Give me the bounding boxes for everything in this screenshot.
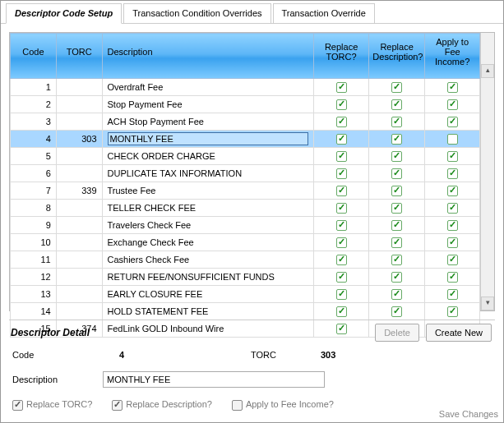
table-row[interactable]: 10Exchange Check Fee (11, 234, 480, 251)
table-row[interactable]: 11Cashiers Check Fee (11, 251, 480, 269)
checkbox-icon[interactable] (391, 168, 402, 179)
table-row[interactable]: 7339Trustee Fee (11, 182, 480, 200)
code-value: 4 (119, 350, 218, 360)
checkbox-icon[interactable] (447, 134, 458, 145)
apply-fee-label: Apply to Fee Income? (246, 399, 334, 409)
replace-torc-label: Replace TORC? (26, 399, 92, 409)
replace-description-label: Replace Description? (126, 399, 212, 409)
checkbox-icon[interactable] (391, 306, 402, 317)
checkbox-icon[interactable] (447, 82, 458, 93)
tab-transaction-override[interactable]: Transaction Override (273, 3, 375, 23)
content-area: Code TORC Description Replace TORC? Repl… (1, 24, 503, 419)
checkbox-icon[interactable] (391, 151, 402, 162)
code-label: Code (12, 350, 86, 360)
table-row[interactable]: 8TELLER CHECK FEE (11, 200, 480, 217)
col-header-code[interactable]: Code (11, 34, 57, 79)
table-row[interactable]: 3ACH Stop Payment Fee (11, 113, 480, 131)
checkbox-icon[interactable] (336, 186, 347, 196)
table-row[interactable]: 13EARLY CLOSURE FEE (11, 286, 480, 303)
checkbox-icon[interactable] (447, 272, 458, 283)
torc-value: 303 (321, 350, 419, 360)
checkbox-icon[interactable] (391, 237, 402, 248)
checkbox-icon[interactable] (447, 168, 458, 179)
grid-container: Code TORC Description Replace TORC? Repl… (9, 32, 495, 311)
checkbox-icon[interactable] (336, 289, 347, 300)
checkbox-icon[interactable] (447, 117, 458, 127)
checkbox-icon[interactable] (336, 117, 347, 127)
detail-row-checkboxes: Replace TORC? Replace Description? Apply… (9, 391, 495, 414)
checkbox-icon[interactable] (336, 272, 347, 283)
checkbox-icon[interactable] (391, 99, 402, 110)
descriptor-grid[interactable]: Code TORC Description Replace TORC? Repl… (10, 33, 480, 338)
table-row[interactable]: 12RETURN FEE/NONSUFFICIENT FUNDS (11, 269, 480, 286)
col-header-replace-torc[interactable]: Replace TORC? (313, 34, 369, 79)
detail-row-description: Description (9, 368, 495, 391)
replace-description-checkbox[interactable]: Replace Description? (112, 399, 212, 411)
checkbox-icon[interactable] (391, 134, 402, 145)
description-input[interactable] (103, 371, 325, 388)
table-row[interactable]: 1Overdraft Fee (11, 79, 480, 96)
checkbox-icon[interactable] (336, 134, 347, 145)
replace-torc-checkbox[interactable]: Replace TORC? (12, 399, 92, 411)
checkbox-icon[interactable] (447, 237, 458, 248)
tab-strip: Descriptor Code Setup Transaction Condit… (1, 1, 503, 24)
descriptor-detail-panel: Delete Create New Descriptor Detail Code… (9, 320, 495, 414)
col-header-description[interactable]: Description (102, 34, 313, 79)
descriptor-code-setup-window: Descriptor Code Setup Transaction Condit… (0, 0, 504, 423)
delete-button[interactable]: Delete (375, 324, 419, 342)
checkbox-icon[interactable] (447, 151, 458, 162)
col-header-torc[interactable]: TORC (56, 34, 102, 79)
detail-buttons: Delete Create New (375, 324, 492, 342)
checkbox-icon[interactable] (391, 220, 402, 231)
checkbox-icon[interactable] (447, 220, 458, 231)
checkbox-icon[interactable] (336, 151, 347, 162)
checkbox-icon[interactable] (447, 255, 458, 265)
table-row[interactable]: 6DUPLICATE TAX INFORMATION (11, 165, 480, 182)
checkbox-icon[interactable] (391, 186, 402, 196)
detail-row-codes: Code 4 TORC 303 (9, 347, 495, 368)
torc-label: TORC (251, 350, 276, 360)
create-new-button[interactable]: Create New (426, 324, 492, 342)
col-header-apply-fee[interactable]: Apply to Fee Income? (424, 34, 480, 79)
checkbox-icon[interactable] (447, 99, 458, 110)
checkbox-icon[interactable] (447, 306, 458, 317)
checkbox-icon[interactable] (336, 237, 347, 248)
table-row[interactable]: 4303MONTHLY FEE (11, 131, 480, 148)
checkbox-icon[interactable] (336, 168, 347, 179)
checkbox-icon[interactable] (391, 272, 402, 283)
tab-descriptor-code-setup[interactable]: Descriptor Code Setup (6, 3, 122, 24)
table-row[interactable]: 14HOLD STATEMENT FEE (11, 303, 480, 320)
checkbox-icon[interactable] (391, 82, 402, 93)
checkbox-icon[interactable] (336, 306, 347, 317)
description-label: Description (12, 375, 86, 384)
checkbox-icon[interactable] (336, 220, 347, 231)
vertical-scrollbar[interactable]: ▴ ▾ (480, 33, 494, 310)
tab-transaction-condition-overrides[interactable]: Transaction Condition Overrides (123, 3, 270, 23)
scroll-up-icon[interactable]: ▴ (481, 64, 494, 78)
checkbox-icon[interactable] (336, 82, 347, 93)
checkbox-icon[interactable] (391, 117, 402, 127)
apply-fee-checkbox[interactable]: Apply to Fee Income? (232, 399, 334, 411)
checkbox-icon[interactable] (447, 186, 458, 196)
checkbox-icon[interactable] (447, 289, 458, 300)
checkbox-icon[interactable] (447, 203, 458, 214)
checkbox-icon[interactable] (391, 255, 402, 265)
table-row[interactable]: 9Travelers Check Fee (11, 217, 480, 234)
checkbox-icon[interactable] (336, 255, 347, 265)
table-row[interactable]: 2Stop Payment Fee (11, 96, 480, 113)
checkbox-icon[interactable] (391, 289, 402, 300)
scroll-down-icon[interactable]: ▾ (481, 297, 494, 310)
checkbox-icon[interactable] (391, 203, 402, 214)
checkbox-icon[interactable] (336, 99, 347, 110)
checkbox-icon[interactable] (336, 203, 347, 214)
save-changes-button[interactable]: Save Changes (439, 409, 498, 419)
col-header-replace-description[interactable]: Replace Description? (369, 34, 425, 79)
table-row[interactable]: 5CHECK ORDER CHARGE (11, 148, 480, 165)
